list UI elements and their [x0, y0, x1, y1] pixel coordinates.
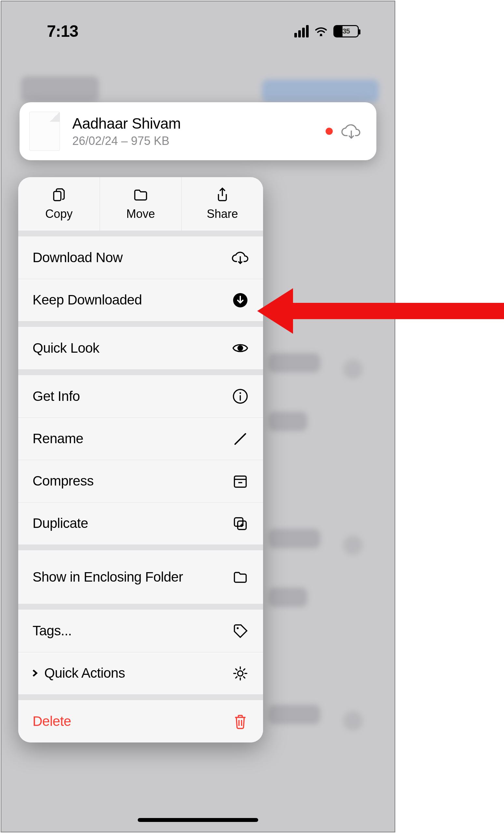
- keep-downloaded-item[interactable]: Keep Downloaded: [18, 279, 263, 321]
- phone-screenshot: 7:13 35 Aadhaar Shivam 26/02/24: [1, 1, 395, 832]
- keep-downloaded-icon: [232, 292, 249, 309]
- rename-item[interactable]: Rename: [18, 418, 263, 460]
- trash-icon: [232, 713, 249, 730]
- folder-icon: [232, 569, 249, 586]
- svg-point-0: [320, 34, 322, 36]
- move-label: Move: [126, 207, 155, 221]
- download-now-item[interactable]: Download Now: [18, 236, 263, 279]
- folder-icon: [133, 187, 148, 203]
- show-in-enclosing-folder-item[interactable]: Show in Enclosing Folder: [18, 550, 263, 604]
- eye-icon: [232, 340, 249, 357]
- get-info-item[interactable]: Get Info: [18, 375, 263, 418]
- tag-dot-red: [326, 128, 333, 135]
- status-bar: 7:13 35: [1, 15, 394, 48]
- copy-label: Copy: [45, 207, 73, 221]
- home-indicator[interactable]: [138, 818, 258, 822]
- archive-icon: [232, 473, 249, 490]
- file-thumbnail-icon: [29, 112, 60, 151]
- svg-point-5: [240, 392, 241, 394]
- svg-point-10: [238, 671, 243, 676]
- file-name: Aadhaar Shivam: [72, 115, 326, 132]
- tag-icon: [232, 622, 249, 639]
- tags-item[interactable]: Tags...: [18, 610, 263, 652]
- context-menu: Copy Move Share Downloa: [18, 177, 263, 742]
- copy-button[interactable]: Copy: [18, 177, 100, 231]
- copy-icon: [51, 187, 67, 203]
- cloud-download-icon: [232, 249, 249, 266]
- compress-item[interactable]: Compress: [18, 460, 263, 502]
- delete-item[interactable]: Delete: [18, 700, 263, 742]
- wifi-icon: [314, 26, 328, 36]
- cellular-signal-icon: [294, 25, 309, 38]
- cloud-download-icon: [341, 124, 361, 139]
- share-button[interactable]: Share: [181, 177, 263, 231]
- file-meta: 26/02/24 – 975 KB: [72, 134, 326, 148]
- quick-actions-item[interactable]: Quick Actions: [18, 652, 263, 694]
- svg-point-9: [237, 627, 239, 629]
- svg-rect-1: [54, 191, 61, 200]
- share-icon: [215, 187, 230, 203]
- svg-point-3: [238, 346, 243, 350]
- info-icon: [232, 388, 249, 405]
- share-label: Share: [207, 207, 238, 221]
- file-preview-card[interactable]: Aadhaar Shivam 26/02/24 – 975 KB: [20, 102, 376, 160]
- gear-icon: [232, 665, 249, 682]
- status-time: 7:13: [47, 22, 78, 41]
- battery-percent: 35: [334, 27, 358, 35]
- pencil-icon: [232, 430, 249, 448]
- duplicate-icon: [232, 515, 249, 532]
- svg-rect-6: [234, 476, 246, 487]
- move-button[interactable]: Move: [100, 177, 181, 231]
- duplicate-item[interactable]: Duplicate: [18, 502, 263, 545]
- chevron-right-icon: [31, 669, 39, 677]
- quick-look-item[interactable]: Quick Look: [18, 327, 263, 369]
- battery-icon: 35: [333, 25, 359, 38]
